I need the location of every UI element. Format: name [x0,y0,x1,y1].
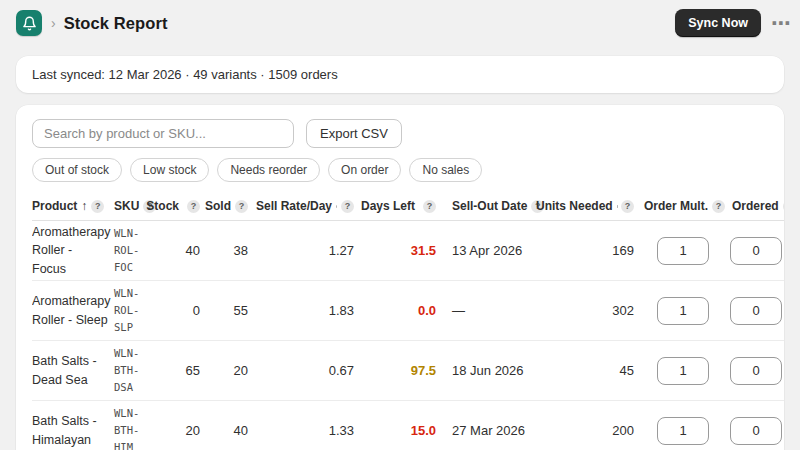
sku-value: WLN-BTH-DSA [114,345,162,397]
product-name: Aromatherapy Roller - Sleep [32,292,114,328]
column-header-label: Sell Rate/Day [256,199,332,213]
column-header[interactable]: Sell Rate/Day ? [256,195,362,217]
sku-value: WLN-BTH-HIM [114,405,162,450]
ordered-cell [724,357,784,385]
column-header-label: Product [32,199,77,213]
column-header[interactable]: Units Needed ? [536,195,642,217]
column-header-label: Sell-Out Date [452,199,527,213]
sold-value: 40 [208,423,256,438]
page-title: Stock Report [64,14,168,33]
column-header[interactable]: Ordered ? [724,195,784,217]
sell-out-date: — [444,303,536,318]
days-left-value: 15.0 [362,423,444,438]
filter-chip[interactable]: Low stock [130,158,209,182]
order-mult-input[interactable] [657,237,709,265]
product-name: Aromatherapy Roller - Focus [32,223,114,277]
stock-value: 20 [162,423,208,438]
days-left-number: 0.0 [418,303,436,318]
table-row: Aromatherapy Roller - Focus WLN-ROL-FOC … [32,221,784,281]
days-left-value: 31.5 [362,243,444,258]
order-mult-input[interactable] [657,297,709,325]
filter-chip[interactable]: Out of stock [32,158,122,182]
column-header[interactable]: Sell-Out Date ? [444,195,536,217]
table-row: Bath Salts - Himalayan WLN-BTH-HIM 20 40… [32,401,784,450]
sell-rate-value: 1.83 [256,303,362,318]
units-needed-value: 45 [536,363,642,378]
column-header[interactable]: Order Mult. ? [642,195,724,217]
days-left-value: 97.5 [362,363,444,378]
stock-value: 40 [162,243,208,258]
column-header[interactable]: Product ↑ ? [32,195,114,217]
last-synced-text: Last synced: 12 Mar 2026 · 49 variants ·… [32,67,338,82]
column-header-label: Order Mult. [644,199,708,213]
stock-report-card: Export CSV Out of stock Low stock Needs … [16,105,784,450]
table-body: Aromatherapy Roller - Focus WLN-ROL-FOC … [32,221,784,450]
ordered-input[interactable] [730,417,782,445]
ordered-input[interactable] [730,237,782,265]
units-needed-value: 200 [536,423,642,438]
filter-chip[interactable]: No sales [409,158,482,182]
search-input[interactable] [32,119,294,148]
filter-chips: Out of stock Low stock Needs reorder On … [32,158,784,182]
ordered-cell [724,417,784,445]
column-header[interactable]: Sold ? [208,195,256,217]
table-row: Aromatherapy Roller - Sleep WLN-ROL-SLP … [32,281,784,341]
ordered-input[interactable] [730,357,782,385]
column-header-label: Sold [205,199,231,213]
stock-value: 65 [162,363,208,378]
order-mult-cell [642,297,724,325]
product-name: Bath Salts - Himalayan [32,412,114,448]
sort-ascending-icon: ↑ [81,199,87,213]
sold-value: 38 [208,243,256,258]
order-mult-cell [642,357,724,385]
days-left-number: 15.0 [411,423,436,438]
filter-chip[interactable]: On order [328,158,401,182]
sell-out-date: 27 Mar 2026 [444,423,536,438]
order-mult-cell [642,417,724,445]
export-csv-button[interactable]: Export CSV [306,119,402,148]
app-logo[interactable] [16,10,42,36]
column-header-label: Stock [146,199,179,213]
ordered-cell [724,297,784,325]
help-icon[interactable]: ? [235,200,248,213]
units-needed-value: 169 [536,243,642,258]
sell-rate-value: 1.27 [256,243,362,258]
ordered-input[interactable] [730,297,782,325]
product-name: Bath Salts - Dead Sea [32,352,114,388]
units-needed-value: 302 [536,303,642,318]
help-icon[interactable]: ? [423,200,436,213]
ordered-cell [724,237,784,265]
column-dot-icon [336,205,337,208]
sell-out-date: 18 Jun 2026 [444,363,536,378]
stock-table: Product ↑ ? SKU ? Stock ? [32,192,784,450]
help-icon[interactable]: ? [621,200,634,213]
column-header-label: Days Left [361,199,415,213]
table-row: Bath Salts - Dead Sea WLN-BTH-DSA 65 20 … [32,341,784,401]
table-toolbar: Export CSV [32,119,784,148]
sold-value: 20 [208,363,256,378]
sell-out-date: 13 Apr 2026 [444,243,536,258]
column-header[interactable]: Days Left ? [362,195,444,217]
sku-value: WLN-ROL-SLP [114,285,162,337]
top-bar: › Stock Report Sync Now ⋯ [0,0,800,46]
sync-now-button[interactable]: Sync Now [675,9,761,37]
column-header[interactable]: Stock ? [162,195,208,217]
column-header-label: Ordered [732,199,779,213]
column-header-label: SKU [114,199,139,213]
order-mult-input[interactable] [657,417,709,445]
table-header-row: Product ↑ ? SKU ? Stock ? [32,192,784,221]
order-mult-input[interactable] [657,357,709,385]
last-synced-bar: Last synced: 12 Mar 2026 · 49 variants ·… [16,56,784,93]
help-icon[interactable]: ? [783,200,784,213]
overflow-menu-icon[interactable]: ⋯ [771,13,792,33]
breadcrumb-chevron-icon: › [51,15,56,31]
filter-chip[interactable]: Needs reorder [217,158,320,182]
help-icon[interactable]: ? [91,200,104,213]
days-left-number: 31.5 [411,243,436,258]
days-left-number: 97.5 [411,363,436,378]
order-mult-cell [642,237,724,265]
sold-value: 55 [208,303,256,318]
sell-rate-value: 0.67 [256,363,362,378]
help-icon[interactable]: ? [341,200,354,213]
help-icon[interactable]: ? [187,200,200,213]
